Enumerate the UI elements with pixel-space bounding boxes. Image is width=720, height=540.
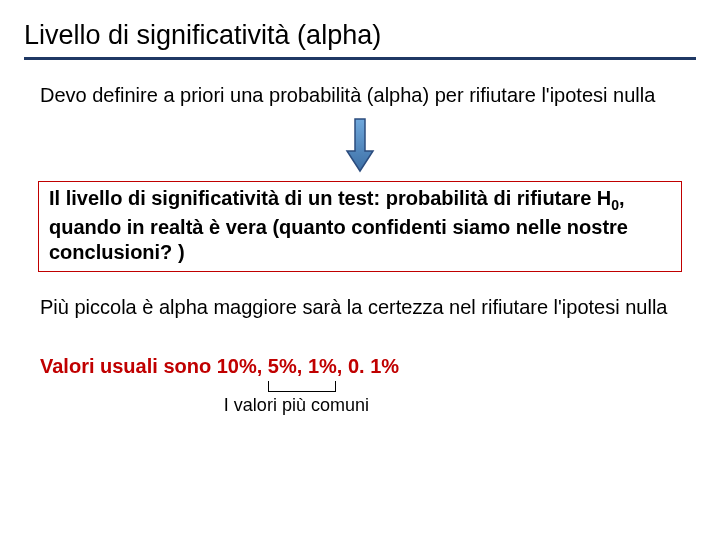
slide: Livello di significatività (alpha) Devo … (0, 0, 720, 540)
bracketed-values: 5%, 1%I valori più comuni (268, 355, 337, 378)
caption-common: I valori più comuni (224, 395, 369, 416)
usual-values-a: Valori usuali sono 10%, (40, 355, 268, 377)
definition-box: Il livello di significatività di un test… (38, 181, 682, 272)
usual-values-line: Valori usuali sono 10%, 5%, 1%I valori p… (40, 355, 696, 378)
slide-title: Livello di significatività (alpha) (24, 20, 696, 60)
arrow-down-icon (24, 117, 696, 173)
bracket-icon (268, 381, 336, 392)
intro-text: Devo definire a priori una probabilità (… (40, 84, 696, 107)
h0-subscript: 0 (611, 197, 619, 213)
explanation-text: Più piccola è alpha maggiore sarà la cer… (40, 296, 696, 319)
definition-text-a: Il livello di significatività di un test… (49, 187, 611, 209)
usual-values-b: 5%, 1% (268, 355, 337, 377)
usual-values-c: , 0. 1% (337, 355, 399, 377)
